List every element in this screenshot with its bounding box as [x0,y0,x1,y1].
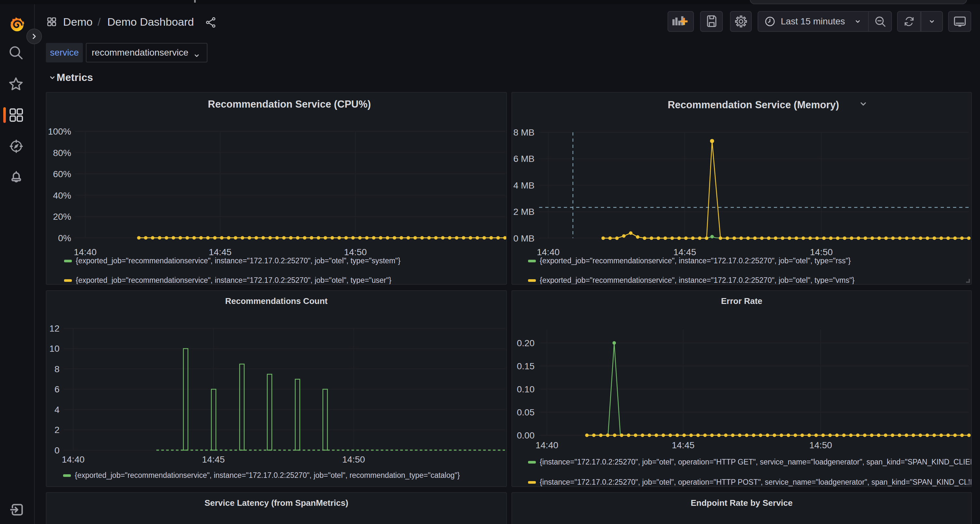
svg-text:0 MB: 0 MB [514,233,535,243]
svg-text:14:50: 14:50 [344,247,367,257]
svg-text:60%: 60% [53,169,71,179]
svg-text:14:40: 14:40 [537,247,560,257]
svg-text:2: 2 [54,425,59,435]
svg-text:80%: 80% [53,148,71,158]
svg-text:0%: 0% [58,233,71,243]
svg-text:14:45: 14:45 [202,454,225,465]
svg-text:100%: 100% [48,127,71,137]
svg-text:0.05: 0.05 [517,407,535,418]
svg-text:6 MB: 6 MB [514,154,535,164]
svg-text:8: 8 [54,364,59,374]
svg-text:14:45: 14:45 [209,247,232,257]
svg-text:14:45: 14:45 [672,440,695,450]
svg-text:20%: 20% [53,211,71,222]
svg-text:10: 10 [49,344,59,354]
svg-text:12: 12 [49,324,59,333]
svg-text:14:40: 14:40 [536,440,558,450]
svg-text:2 MB: 2 MB [514,207,535,217]
svg-text:0.10: 0.10 [517,384,535,394]
svg-text:0.20: 0.20 [517,338,535,348]
svg-text:0: 0 [54,445,59,456]
svg-text:8 MB: 8 MB [514,127,535,138]
svg-text:14:50: 14:50 [809,440,832,450]
svg-text:14:40: 14:40 [74,247,97,257]
svg-text:4: 4 [54,405,59,415]
svg-text:14:50: 14:50 [810,247,833,257]
svg-text:14:45: 14:45 [673,247,696,257]
svg-text:14:50: 14:50 [342,454,365,465]
svg-text:6: 6 [54,384,59,394]
svg-text:40%: 40% [53,191,71,200]
svg-text:0.15: 0.15 [517,361,535,371]
svg-text:14:40: 14:40 [62,454,84,465]
svg-text:0.00: 0.00 [517,430,535,440]
svg-text:4 MB: 4 MB [514,180,535,191]
